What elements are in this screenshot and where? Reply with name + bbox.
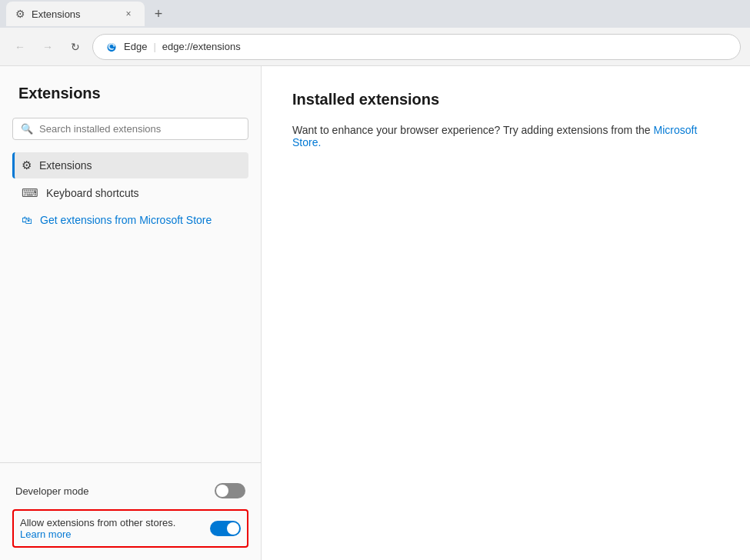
edge-logo-icon: [105, 41, 118, 53]
sidebar-item-extensions[interactable]: ⚙ Extensions: [12, 152, 248, 178]
search-icon: 🔍: [21, 123, 33, 135]
tab-icon: ⚙: [15, 8, 25, 20]
sidebar-bottom: Developer mode Allow extensions from oth…: [0, 462, 261, 560]
get-extensions-link[interactable]: 🛍 Get extensions from Microsoft Store: [12, 208, 248, 232]
installed-extensions-description: Want to enhance your browser experience?…: [292, 124, 719, 148]
sidebar: Extensions 🔍 ⚙ Extensions ⌨ Keyboard sho…: [0, 66, 262, 560]
developer-mode-toggle[interactable]: [215, 483, 245, 498]
installed-extensions-title: Installed extensions: [292, 91, 719, 108]
sidebar-title: Extensions: [12, 85, 248, 102]
get-extensions-label: Get extensions from Microsoft Store: [40, 214, 212, 226]
keyboard-icon: ⌨: [22, 186, 38, 200]
allow-extensions-toggle[interactable]: [210, 521, 241, 536]
developer-mode-row: Developer mode: [12, 475, 248, 506]
tab-title: Extensions: [32, 8, 115, 20]
active-tab[interactable]: ⚙ Extensions ×: [6, 2, 145, 26]
learn-more-link[interactable]: Learn more: [20, 528, 71, 540]
search-input[interactable]: [39, 123, 240, 135]
sidebar-item-keyboard-shortcuts[interactable]: ⌨ Keyboard shortcuts: [12, 180, 248, 206]
allow-extensions-text: Allow extensions from other stores. Lear…: [20, 517, 204, 540]
refresh-button[interactable]: ↻: [65, 36, 86, 58]
main-content: Installed extensions Want to enhance you…: [262, 66, 750, 560]
address-url: edge://extensions: [162, 41, 241, 52]
extensions-icon: ⚙: [22, 158, 32, 172]
allow-extensions-row: Allow extensions from other stores. Lear…: [12, 509, 248, 548]
browser-content: Extensions 🔍 ⚙ Extensions ⌨ Keyboard sho…: [0, 66, 750, 560]
developer-mode-label: Developer mode: [15, 485, 88, 497]
address-bar[interactable]: Edge | edge://extensions: [92, 34, 741, 60]
new-tab-button[interactable]: +: [148, 3, 169, 25]
address-brand: Edge: [124, 41, 147, 52]
description-text-before: Want to enhance your browser experience?…: [292, 124, 654, 136]
store-icon: 🛍: [22, 214, 32, 226]
search-box[interactable]: 🔍: [12, 118, 248, 140]
forward-button[interactable]: →: [37, 36, 58, 58]
address-divider: |: [153, 41, 155, 52]
sidebar-item-keyboard-shortcuts-label: Keyboard shortcuts: [46, 187, 139, 199]
back-button[interactable]: ←: [9, 36, 31, 58]
sidebar-item-extensions-label: Extensions: [39, 159, 92, 172]
toolbar: ← → ↻ Edge | edge://extensions: [0, 28, 750, 66]
titlebar: ⚙ Extensions × +: [0, 0, 750, 28]
tab-close-button[interactable]: ×: [122, 7, 135, 21]
